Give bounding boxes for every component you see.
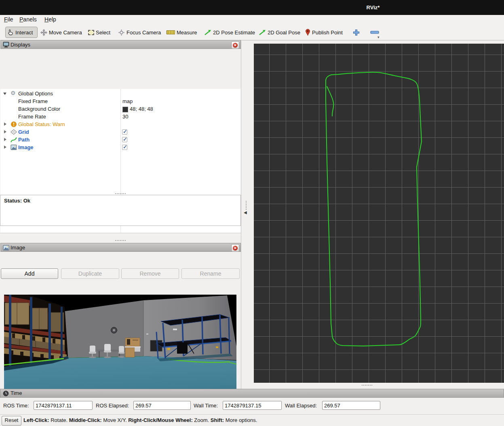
expander-open-icon[interactable] — [3, 93, 6, 95]
mouse-hints: Left-Click: Rotate. Middle-Click: Move X… — [23, 417, 257, 423]
displays-panel-icon — [3, 42, 9, 48]
collapse-left-icon[interactable]: ◀ — [244, 210, 247, 215]
move-camera-tool[interactable]: Move Camera — [40, 27, 82, 38]
clock-icon — [3, 390, 9, 396]
tree-row-global-options[interactable]: ⚙ Global Options — [0, 90, 240, 97]
ros-time-input[interactable] — [34, 401, 93, 410]
wall-time-label: Wall Time: — [194, 403, 218, 409]
green-arrow-icon — [259, 30, 266, 36]
window-title: RViz* — [367, 4, 380, 11]
expander-closed-icon[interactable] — [4, 130, 6, 133]
menu-file[interactable]: File — [4, 16, 13, 23]
tree-row-image[interactable]: Image ✓ — [0, 143, 240, 151]
check-icon: ✓ — [123, 144, 127, 150]
wall-elapsed-label: Wall Elapsed: — [285, 403, 317, 409]
tool-dropdown-caret[interactable]: ▾ — [377, 35, 380, 39]
ros-elapsed-input[interactable] — [133, 401, 191, 410]
minus-icon — [370, 30, 379, 34]
select-tool[interactable]: Select — [88, 27, 110, 38]
close-icon: ✕ — [233, 43, 238, 48]
tree-row-path[interactable]: Path ✓ — [0, 136, 240, 143]
grid-checkbox[interactable]: ✓ — [122, 129, 127, 135]
displays-close-button[interactable]: ✕ — [231, 41, 239, 49]
time-panel-body: ROS Time: ROS Elapsed: Wall Time: Wall E… — [0, 398, 504, 414]
wall-elapsed-input[interactable] — [322, 401, 380, 410]
focus-crosshair-icon — [118, 29, 125, 36]
wall-time-input[interactable] — [223, 401, 282, 410]
tree-row-global-status[interactable]: Global Status: Warn — [0, 120, 240, 128]
goal-pose-tool[interactable]: 2D Goal Pose — [259, 27, 300, 38]
tree-row-background-color[interactable]: Background Color 48; 48; 48 — [0, 105, 240, 113]
viewport-time-splitter[interactable] — [362, 385, 372, 386]
image-close-button[interactable]: ✕ — [231, 244, 239, 252]
menu-help[interactable]: Help — [44, 16, 56, 23]
path-display-icon — [11, 137, 17, 143]
displays-panel-title: Displays — [11, 42, 30, 48]
check-icon: ✓ — [123, 129, 127, 135]
select-box-icon — [88, 30, 94, 35]
left-panel: Displays ✕ ⚙ Global Options Fixed Frame … — [0, 40, 241, 389]
add-tool-button[interactable] — [352, 27, 360, 38]
expander-closed-icon[interactable] — [4, 138, 6, 141]
displays-image-splitter[interactable] — [115, 240, 126, 242]
ros-elapsed-label: ROS Elapsed: — [96, 403, 129, 409]
remove-button[interactable]: Remove — [121, 268, 179, 279]
image-checkbox[interactable]: ✓ — [122, 145, 127, 150]
image-panel-title: Image — [11, 245, 25, 251]
menu-panels[interactable]: Panels — [19, 16, 37, 23]
hand-cursor-icon — [8, 29, 14, 36]
expander-closed-icon[interactable] — [4, 122, 6, 126]
focus-camera-tool[interactable]: Focus Camera — [118, 27, 161, 38]
interact-tool-button[interactable]: Interact — [5, 27, 38, 38]
publish-point-tool[interactable]: Publish Point — [305, 27, 343, 38]
measure-tool[interactable]: Measure — [167, 27, 197, 38]
image-panel-icon — [3, 245, 9, 251]
image-panel-header[interactable]: Image ✕ — [0, 243, 241, 252]
close-icon: ✕ — [233, 246, 238, 251]
displays-panel-header[interactable]: Displays ✕ — [0, 40, 241, 49]
plus-icon — [352, 29, 360, 36]
pose-estimate-tool[interactable]: 2D Pose Estimate — [204, 27, 255, 38]
check-icon: ✓ — [123, 136, 127, 142]
add-button[interactable]: Add — [1, 268, 58, 279]
color-swatch[interactable] — [122, 107, 128, 112]
rviz-window: RViz* File Panels Help Interact Move Cam… — [0, 0, 504, 426]
3d-viewport[interactable] — [254, 44, 504, 383]
status-ok-text: Status: Ok — [4, 198, 30, 204]
frame-rate-value[interactable]: 30 — [122, 114, 128, 120]
image-display-icon — [11, 144, 17, 150]
time-panel-header[interactable] — [0, 389, 504, 398]
panel-viewport-splitter[interactable] — [246, 201, 247, 210]
path-checkbox[interactable]: ✓ — [122, 137, 127, 142]
green-arrow-icon — [204, 30, 211, 36]
status-box: Status: Ok — [0, 195, 241, 226]
viewport-scene — [254, 44, 504, 383]
gear-icon: ⚙ — [11, 90, 17, 96]
move-arrows-icon — [40, 29, 47, 36]
toolbar: Interact Move Camera Select Focus Camera… — [0, 25, 504, 40]
expander-closed-icon[interactable] — [4, 146, 6, 149]
rename-button[interactable]: Rename — [181, 268, 240, 279]
time-panel-title: Time — [11, 390, 22, 396]
fixed-frame-value[interactable]: map — [122, 98, 133, 104]
menubar: File Panels Help — [0, 15, 504, 25]
background-color-value[interactable]: 48; 48; 48 — [130, 106, 153, 112]
duplicate-button[interactable]: Duplicate — [61, 268, 119, 279]
reset-button[interactable]: Reset — [2, 416, 21, 426]
titlebar[interactable]: RViz* — [0, 0, 504, 15]
map-pin-icon — [305, 29, 310, 36]
tree-row-fixed-frame[interactable]: Fixed Frame map — [0, 97, 240, 105]
tree-row-grid[interactable]: Grid ✓ — [0, 128, 240, 136]
ros-time-label: ROS Time: — [3, 403, 29, 409]
ruler-icon — [167, 30, 175, 34]
grid-display-icon — [11, 129, 17, 135]
warning-icon — [11, 121, 17, 127]
tree-row-frame-rate[interactable]: Frame Rate 30 — [0, 113, 240, 120]
